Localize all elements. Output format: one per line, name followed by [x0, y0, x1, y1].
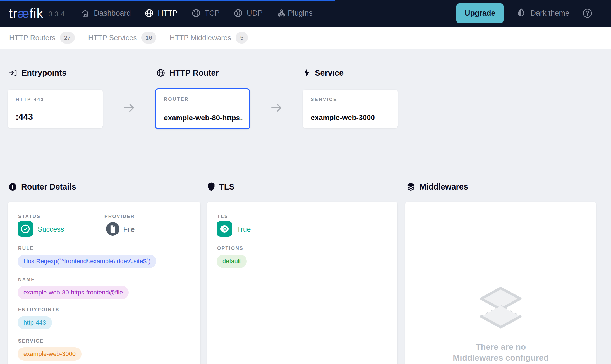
navbar-right: Upgrade Dark theme [456, 3, 593, 23]
entrypoint-card[interactable]: HTTP-443 :443 [8, 90, 103, 128]
globe-icon [156, 68, 165, 77]
tls-value: True [237, 225, 251, 233]
info-circle-icon [8, 183, 17, 191]
tab-label: HTTP Services [88, 33, 137, 42]
loading-progress-bar [0, 0, 335, 1]
entrypoints-label: ENTRYPOINTS [18, 307, 59, 313]
tab-label: HTTP Middlewares [170, 33, 231, 42]
tab-http-routers[interactable]: HTTP Routers 27 [9, 32, 75, 44]
options-label: OPTIONS [217, 246, 243, 251]
entrypoint-card-label: HTTP-443 [16, 97, 44, 102]
help-icon[interactable] [582, 8, 593, 18]
ball-icon [191, 9, 201, 18]
service-value-chip: example-web-3000 [18, 347, 82, 361]
tls-label: TLS [217, 214, 228, 219]
dark-theme-toggle[interactable]: Dark theme [516, 8, 569, 19]
router-details-section-header: Router Details [8, 181, 76, 193]
name-label: NAME [18, 277, 35, 282]
globe-icon [145, 9, 154, 18]
section-title: Router Details [21, 182, 76, 191]
flow-arrow-icon [270, 101, 283, 116]
section-title: Entrypoints [21, 68, 66, 78]
nav-item-udp[interactable]: UDP [234, 9, 263, 18]
main-nav: Dashboard HTTP TCP [81, 9, 326, 18]
entrypoints-section-header: Entrypoints [8, 67, 66, 79]
nav-item-plugins[interactable]: Plugins [277, 9, 313, 18]
logo-ae: æ [18, 6, 30, 21]
tls-card: TLS True OPTIONS default [207, 202, 397, 364]
tls-enabled-icon [217, 221, 232, 237]
nav-item-label: HTTP [158, 9, 178, 18]
lightning-bolt-icon [303, 68, 311, 78]
layers-icon [406, 182, 415, 191]
nav-item-label: Dashboard [94, 9, 131, 18]
invert-colors-icon [516, 8, 526, 19]
service-card[interactable]: SERVICE example-web-3000 [303, 90, 398, 128]
logo-text: træfik [9, 6, 44, 21]
tab-http-middlewares[interactable]: HTTP Middlewares 5 [170, 32, 248, 44]
success-check-icon [18, 221, 33, 237]
tab-count-badge: 5 [236, 32, 248, 44]
top-navbar: træfik 3.3.4 Dashboard HTTP [0, 0, 611, 27]
ball-icon [234, 9, 243, 18]
upgrade-button[interactable]: Upgrade [456, 3, 504, 23]
tls-section-header: TLS [208, 181, 234, 193]
flow-arrow-icon [122, 101, 136, 116]
tab-label: HTTP Routers [9, 33, 56, 42]
service-label: SERVICE [18, 338, 44, 344]
section-tabbar: HTTP Routers 27 HTTP Services 16 HTTP Mi… [0, 27, 611, 49]
shield-icon [208, 182, 215, 191]
options-value-chip: default [217, 255, 247, 268]
section-title: TLS [219, 182, 234, 191]
rule-value-chip: HostRegexp(`^frontend\.example\.ddev\.si… [18, 255, 156, 268]
nav-item-tcp[interactable]: TCP [191, 9, 220, 18]
section-title: HTTP Router [169, 68, 219, 78]
nav-item-label: UDP [247, 9, 263, 18]
router-details-card: STATUS Success PROVIDER File RULE HostRe… [8, 202, 200, 364]
rule-label: RULE [18, 246, 34, 251]
http-router-section-header: HTTP Router [156, 67, 219, 79]
provider-label: PROVIDER [104, 214, 135, 219]
status-label: STATUS [18, 214, 40, 219]
home-icon [81, 9, 90, 18]
service-section-header: Service [303, 67, 344, 79]
entrypoints-value-chip: http-443 [18, 316, 52, 329]
nav-item-label: Plugins [288, 9, 313, 18]
tab-count-badge: 27 [60, 32, 75, 44]
entrypoint-card-value: :443 [16, 112, 97, 122]
empty-layers-icon [477, 284, 524, 338]
nav-item-label: TCP [205, 9, 220, 18]
middlewares-card: There are no Middlewares configured [405, 202, 596, 364]
login-arrow-icon [8, 68, 17, 77]
service-card-value: example-web-3000 [311, 113, 392, 122]
status-value: Success [38, 225, 64, 233]
section-title: Middlewares [420, 182, 468, 191]
traefik-logo[interactable]: træfik 3.3.4 [9, 6, 64, 21]
router-card-label: ROUTER [164, 97, 189, 102]
theme-toggle-label: Dark theme [530, 9, 569, 18]
traefik-dashboard-page: træfik 3.3.4 Dashboard HTTP [0, 0, 611, 364]
section-title: Service [315, 68, 344, 78]
tab-count-badge: 16 [141, 32, 156, 44]
middlewares-empty-message: There are no Middlewares configured [405, 341, 596, 363]
middlewares-section-header: Middlewares [406, 181, 468, 193]
service-card-label: SERVICE [311, 97, 337, 102]
nav-item-http[interactable]: HTTP [145, 9, 178, 18]
router-card[interactable]: ROUTER example-web-80-https... [155, 88, 250, 129]
tab-http-services[interactable]: HTTP Services 16 [88, 32, 156, 44]
file-provider-icon [106, 222, 119, 236]
cubes-icon [277, 9, 286, 18]
router-card-value: example-web-80-https... [164, 114, 243, 122]
nav-item-dashboard[interactable]: Dashboard [81, 9, 131, 18]
name-value-chip: example-web-80-https-frontend@file [18, 286, 129, 299]
provider-value: File [123, 226, 135, 234]
version-label: 3.3.4 [49, 10, 65, 18]
